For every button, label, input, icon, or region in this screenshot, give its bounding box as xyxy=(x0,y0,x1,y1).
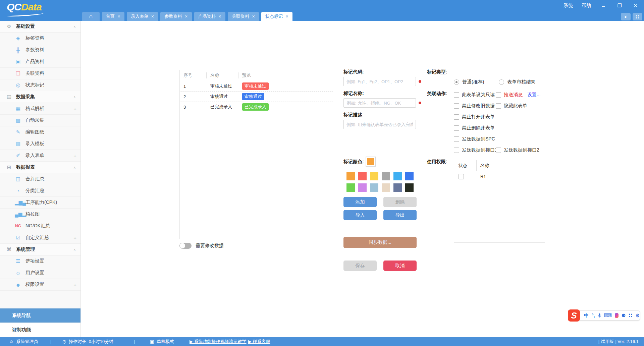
action-checkbox-item[interactable]: 禁止删除此表单 xyxy=(454,125,495,131)
table-row[interactable]: 1审核未通过审核未通过 xyxy=(180,81,333,92)
mark-type-option[interactable]: 表单审核结果 xyxy=(499,79,535,85)
plus-icon[interactable]: + xyxy=(73,235,76,241)
sidebar-item[interactable]: NGNG/OK汇总 xyxy=(0,220,80,232)
sidebar-item[interactable]: ◔分类汇总 xyxy=(0,185,80,197)
palette-swatch[interactable] xyxy=(382,172,390,180)
minimize-button[interactable]: – xyxy=(600,3,607,9)
checkbox[interactable] xyxy=(454,125,459,131)
mark-type-option[interactable]: 普通(推荐) xyxy=(454,79,484,85)
sidebar-item[interactable]: ◎状态标记 xyxy=(0,79,80,91)
action-checkbox-item[interactable]: 推送消息设置... xyxy=(496,92,541,98)
ime-toolbox-icon[interactable]: ∷ xyxy=(629,313,632,318)
ime-skin-icon[interactable] xyxy=(615,313,619,318)
selected-color-swatch[interactable] xyxy=(366,157,376,167)
ime-language-icon[interactable]: 中 xyxy=(584,313,589,318)
mic-icon[interactable] xyxy=(598,313,601,318)
palette-swatch[interactable] xyxy=(346,183,355,192)
add-button[interactable]: 添加 xyxy=(343,197,377,207)
ime-punctuation-icon[interactable]: °, xyxy=(592,313,595,318)
sidebar-item[interactable]: ❏关联资料 xyxy=(0,68,80,79)
sidebar-footer-item[interactable]: ➤系统导航 xyxy=(0,308,80,323)
delete-button[interactable]: 删除 xyxy=(383,197,417,207)
sidebar-section-header[interactable]: ⊞数据报表∧ xyxy=(0,162,80,173)
palette-swatch[interactable] xyxy=(346,172,355,180)
palette-swatch[interactable] xyxy=(382,183,390,192)
mark-name-input[interactable] xyxy=(343,98,416,108)
tab-close-icon[interactable]: ✕ xyxy=(218,14,221,19)
palette-swatch[interactable] xyxy=(370,183,378,192)
sidebar-item[interactable]: ▨录入模板 xyxy=(0,138,80,150)
permission-row[interactable]: R1 xyxy=(454,171,545,182)
ime-robot-icon[interactable]: ⚈ xyxy=(622,313,626,318)
menu-system[interactable]: 系统 xyxy=(564,3,573,9)
action-checkbox-item[interactable]: 禁止打开此表单 xyxy=(454,114,495,120)
tab-close-icon[interactable]: ✕ xyxy=(117,14,120,19)
action-checkbox-item[interactable]: 发送数据到接口1 xyxy=(454,147,497,153)
table-row[interactable]: 2审核通过审核通过 xyxy=(180,92,333,102)
video-tutorial-link[interactable]: ▶ 系统功能操作视频演示教学 xyxy=(190,339,247,345)
palette-swatch[interactable] xyxy=(358,172,367,180)
sidebar-item[interactable]: ▣产品资料 xyxy=(0,56,80,68)
plus-icon[interactable]: + xyxy=(73,106,76,112)
contact-support-link[interactable]: ▶ 联系客服 xyxy=(248,339,270,345)
sidebar-item[interactable]: ▦格式解析+ xyxy=(0,103,80,115)
palette-swatch[interactable] xyxy=(358,183,367,192)
palette-swatch[interactable] xyxy=(393,172,402,180)
tab-grid-button[interactable]: ∷ xyxy=(633,13,642,20)
radio-button[interactable] xyxy=(499,79,504,85)
sidebar-item[interactable]: ▧自动采集 xyxy=(0,115,80,126)
checkbox[interactable] xyxy=(454,103,459,109)
checkbox[interactable] xyxy=(496,92,501,98)
sidebar-item[interactable]: ☰选项设置 xyxy=(0,255,80,267)
tab[interactable]: 首页✕ xyxy=(102,12,124,21)
tab-close-icon[interactable]: ✕ xyxy=(151,14,154,19)
tab-collapse-button[interactable]: » xyxy=(621,13,631,20)
sidebar-section-header[interactable]: ▤数据采集∧ xyxy=(0,91,80,103)
tab-close-icon[interactable]: ✕ xyxy=(285,14,288,19)
action-checkbox-item[interactable]: 禁止修改旧数据 xyxy=(454,103,495,109)
palette-swatch[interactable] xyxy=(393,183,402,192)
sidebar-section-header[interactable]: ⚙基础设置∧ xyxy=(0,21,80,33)
sidebar-item[interactable]: ▂▆▄工序能力(CPK) xyxy=(0,197,80,209)
sidebar-item[interactable]: ✎编辑图纸 xyxy=(0,126,80,138)
sidebar-section-header[interactable]: ⌘系统管理∧ xyxy=(0,244,80,255)
sidebar-item[interactable]: ╫参数资料 xyxy=(0,44,80,56)
action-checkbox-item[interactable]: 隐藏此表单 xyxy=(496,103,527,109)
table-row[interactable]: 3已完成录入已完成录入 xyxy=(180,102,333,112)
sidebar-item[interactable]: ☻权限设置+ xyxy=(0,279,80,291)
sidebar-item[interactable]: ◫合并汇总 xyxy=(0,173,80,185)
sync-data-button[interactable]: 同步数据... xyxy=(343,237,417,248)
tab[interactable]: 录入表单✕ xyxy=(127,12,158,21)
checkbox[interactable] xyxy=(496,103,501,109)
tab[interactable]: 参数资料✕ xyxy=(160,12,192,21)
cancel-button[interactable]: 取消 xyxy=(383,261,417,271)
checkbox[interactable] xyxy=(454,148,459,153)
palette-swatch[interactable] xyxy=(370,172,378,180)
close-button[interactable]: ✕ xyxy=(632,3,639,9)
radio-button[interactable] xyxy=(454,79,459,85)
sidebar-item[interactable]: ◈标签资料 xyxy=(0,33,80,44)
plus-icon[interactable]: + xyxy=(73,153,76,159)
restore-button[interactable]: ❐ xyxy=(616,3,623,9)
save-button[interactable]: 保存 xyxy=(343,261,377,271)
checkbox[interactable] xyxy=(454,92,459,98)
menu-help[interactable]: 帮助 xyxy=(582,3,591,9)
import-button[interactable]: 导入 xyxy=(343,210,377,220)
palette-swatch[interactable] xyxy=(405,183,414,192)
sidebar-item[interactable]: ☺用户设置 xyxy=(0,267,80,279)
checkbox[interactable] xyxy=(454,114,459,120)
modify-data-toggle[interactable] xyxy=(179,243,192,249)
tab-close-icon[interactable]: ✕ xyxy=(184,14,187,19)
sidebar-item[interactable]: ▄▆▂柏拉图 xyxy=(0,209,80,220)
palette-swatch[interactable] xyxy=(405,172,414,180)
sogou-logo-icon[interactable]: S xyxy=(568,309,580,322)
checkbox[interactable] xyxy=(496,148,501,153)
tab[interactable]: 状态标记✕ xyxy=(261,12,292,21)
settings-link[interactable]: 设置... xyxy=(527,92,541,98)
tab-close-icon[interactable]: ✕ xyxy=(252,14,255,19)
keyboard-icon[interactable]: ⌨ xyxy=(604,313,612,318)
mark-code-input[interactable] xyxy=(343,77,416,86)
action-checkbox-item[interactable]: 此表单设为只读 xyxy=(454,92,495,98)
tab[interactable]: 产品资料✕ xyxy=(194,12,225,21)
action-checkbox-item[interactable]: 发送数据到SPC xyxy=(454,136,495,142)
